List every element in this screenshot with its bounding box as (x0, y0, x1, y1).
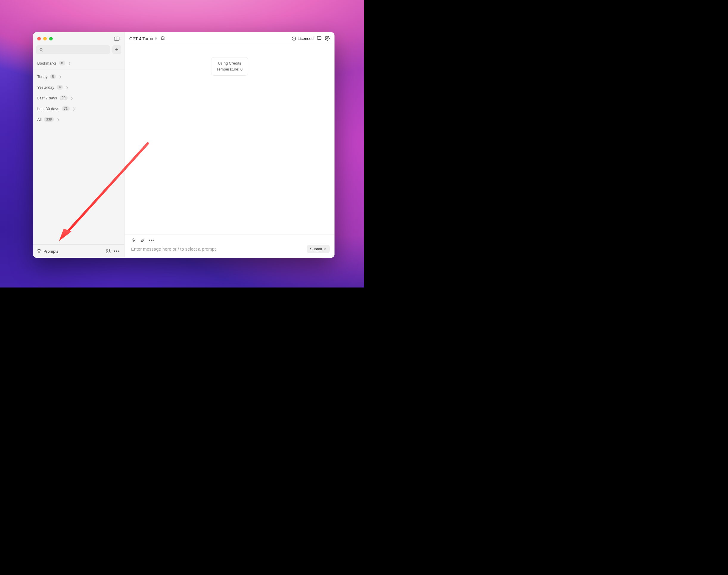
sidebar-filters: Today 6 ❯ Yesterday 4 ❯ Last 7 days 29 ❯… (33, 69, 124, 125)
new-chat-button[interactable]: + (112, 45, 121, 54)
chevron-right-icon: ❯ (73, 107, 75, 110)
lightbulb-icon (37, 249, 41, 253)
svg-rect-11 (109, 251, 110, 253)
traffic-lights (37, 37, 53, 40)
prompts-label: Prompts (43, 249, 58, 253)
svg-point-2 (40, 48, 42, 50)
sidebar-item-label: All (37, 117, 41, 122)
svg-point-15 (326, 37, 328, 39)
paperclip-icon (140, 238, 145, 243)
count-badge: 8 (59, 61, 65, 65)
license-status[interactable]: Licensed (292, 36, 314, 41)
prompts-button[interactable]: Prompts (37, 249, 58, 253)
license-label: Licensed (297, 36, 314, 41)
topbar: GPT-4 Turbo ▲▼ Licensed (125, 32, 335, 45)
updown-icon: ▲▼ (155, 37, 157, 40)
chat-settings-button[interactable] (317, 36, 322, 42)
chevron-right-icon: ❯ (68, 62, 71, 65)
sidebar-item-yesterday[interactable]: Yesterday 4 ❯ (33, 82, 124, 93)
submit-button[interactable]: Submit ↵ (307, 245, 330, 253)
count-badge: 29 (60, 96, 68, 100)
svg-line-8 (40, 250, 40, 250)
voice-input-button[interactable] (131, 238, 135, 243)
search-input[interactable] (36, 45, 110, 54)
model-selector[interactable]: GPT-4 Turbo ▲▼ (129, 36, 157, 41)
svg-line-7 (37, 250, 38, 250)
plus-icon: + (115, 47, 119, 53)
chat-area: Using Credits Temperature: 0 (125, 45, 335, 235)
submit-label: Submit (310, 247, 322, 251)
sidebar-item-label: Bookmarks (37, 61, 57, 65)
apps-grid-button[interactable] (106, 248, 111, 254)
chat-bubble-icon (317, 36, 322, 41)
chevron-right-icon: ❯ (71, 96, 73, 100)
chevron-right-icon: ❯ (57, 118, 59, 121)
minimize-window-button[interactable] (43, 37, 47, 40)
count-badge: 6 (50, 74, 56, 79)
sidebar-item-label: Today (37, 74, 48, 79)
svg-line-3 (42, 50, 43, 51)
composer: ••• Enter message here or / to select a … (125, 235, 335, 258)
count-badge: 4 (57, 85, 63, 90)
model-name: GPT-4 Turbo (129, 36, 153, 41)
main-panel: GPT-4 Turbo ▲▼ Licensed (125, 32, 335, 258)
grid-add-icon (106, 249, 111, 253)
count-badge: 339 (44, 117, 54, 122)
chevron-right-icon: ❯ (66, 86, 68, 89)
ellipsis-icon: ••• (149, 238, 154, 243)
count-badge: 71 (62, 106, 70, 111)
sidebar-item-last30[interactable]: Last 30 days 71 ❯ (33, 103, 124, 114)
sidebar: + Bookmarks 8 ❯ Today 6 ❯ Yesterday 4 ❯ … (33, 32, 125, 258)
svg-rect-9 (107, 249, 108, 251)
chevron-right-icon: ❯ (59, 75, 61, 78)
fullscreen-window-button[interactable] (49, 37, 53, 40)
gear-icon (325, 36, 330, 41)
ellipsis-icon: ••• (114, 248, 120, 253)
more-button[interactable]: ••• (113, 249, 121, 253)
svg-rect-10 (107, 251, 108, 253)
sidebar-item-label: Yesterday (37, 85, 54, 90)
verified-badge-icon (292, 36, 296, 41)
microphone-icon (131, 238, 135, 243)
search-row: + (33, 45, 124, 57)
plugins-button[interactable] (160, 36, 165, 42)
composer-more-button[interactable]: ••• (149, 238, 154, 243)
composer-toolbar: ••• (125, 235, 335, 243)
sidebar-item-bookmarks[interactable]: Bookmarks 8 ❯ (33, 57, 124, 69)
sidebar-toggle-button[interactable] (114, 36, 120, 41)
attach-button[interactable] (140, 238, 145, 243)
info-line: Temperature: 0 (217, 66, 243, 72)
sidebar-icon (114, 37, 120, 41)
sidebar-footer: Prompts ••• (33, 244, 124, 258)
message-input[interactable]: Enter message here or / to select a prom… (131, 245, 304, 253)
sidebar-item-label: Last 30 days (37, 106, 59, 111)
window-titlebar (33, 32, 124, 45)
app-window: + Bookmarks 8 ❯ Today 6 ❯ Yesterday 4 ❯ … (33, 32, 335, 258)
close-window-button[interactable] (37, 37, 41, 40)
info-line: Using Credits (217, 60, 243, 66)
sidebar-item-label: Last 7 days (37, 96, 57, 100)
search-icon (39, 47, 43, 52)
enter-key-icon: ↵ (323, 247, 326, 251)
settings-button[interactable] (325, 36, 330, 42)
info-pill: Using Credits Temperature: 0 (211, 57, 248, 76)
sidebar-item-today[interactable]: Today 6 ❯ (33, 71, 124, 82)
puzzle-icon (160, 36, 165, 41)
sidebar-item-last7[interactable]: Last 7 days 29 ❯ (33, 93, 124, 103)
sidebar-item-all[interactable]: All 339 ❯ (33, 114, 124, 125)
svg-rect-16 (133, 238, 134, 240)
composer-row: Enter message here or / to select a prom… (125, 243, 335, 258)
svg-rect-0 (115, 37, 120, 40)
